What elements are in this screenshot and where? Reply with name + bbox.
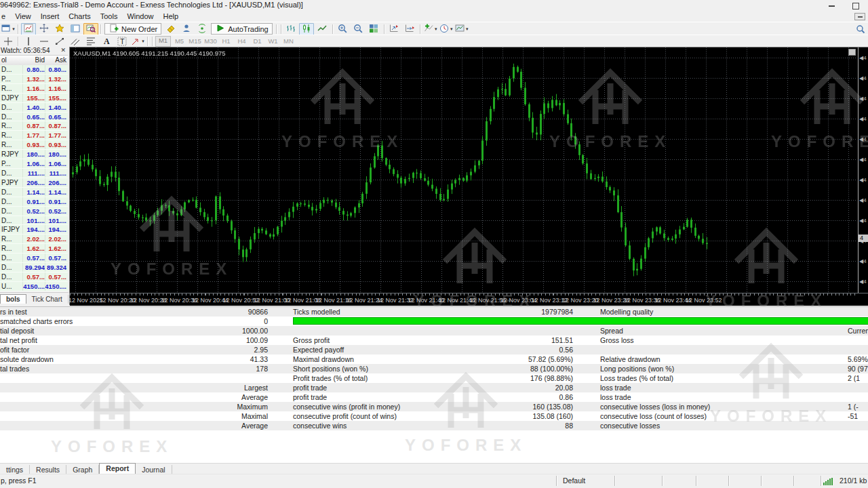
strategy-tester-button[interactable] [83, 23, 98, 35]
symbol-name: R... [1, 245, 12, 252]
market-watch-row[interactable]: R...1.62...1.62... [0, 244, 68, 253]
market-watch-row[interactable]: D...0.80...0.80... [0, 65, 68, 75]
tester-tab-graph[interactable]: Graph [66, 465, 99, 474]
chart-window-toggle-button[interactable] [21, 23, 36, 35]
time-axis[interactable]: 12 Nov 202512 Nov 20:2012 Nov 20:2812 No… [70, 293, 868, 306]
market-watch-row[interactable]: D...0.91...0.91... [0, 197, 68, 207]
menu-item-e[interactable]: e [0, 12, 10, 21]
market-watch-row[interactable]: D...1.40...1.40... [0, 103, 68, 113]
new-chart-button[interactable]: ▾ [1, 23, 16, 35]
timeframe-m30[interactable]: M30 [203, 37, 218, 46]
autotrading-button[interactable]: AutoTrading [211, 23, 273, 35]
report-label-3: Gross loss [600, 336, 804, 345]
chart-shift-button[interactable] [387, 23, 401, 35]
report-row: ofit factor2.95Expected payoff0.56 [0, 345, 868, 354]
new-order-button[interactable]: New Order [104, 23, 161, 35]
crosshair-button[interactable] [1, 35, 16, 47]
report-value-2: 151.51 [407, 336, 573, 345]
metaeditor-button[interactable] [163, 23, 178, 35]
market-watch-row[interactable]: RJPY180....180.... [0, 150, 68, 159]
candlestick-chart-canvas[interactable] [70, 47, 858, 293]
chart-corner-icon[interactable] [848, 49, 856, 56]
market-watch-row[interactable]: R...0.87...0.87... [0, 121, 68, 131]
status-divider [728, 476, 729, 486]
market-watch-row[interactable]: R...2.02...2.02... [0, 235, 68, 244]
market-watch-row[interactable]: P...1.32...1.32... [0, 75, 68, 84]
timeframe-m15[interactable]: M15 [188, 37, 202, 46]
market-watch-row[interactable]: D...0.57...0.57... [0, 272, 68, 282]
market-watch-tab-bols[interactable]: bols [0, 294, 26, 304]
minimize-button[interactable] [826, 2, 837, 9]
menu-item-insert[interactable]: Insert [36, 12, 64, 21]
market-watch-row[interactable]: P...1.06...1.06... [0, 159, 68, 169]
text-label-tool-button[interactable]: T [115, 35, 130, 47]
timeframe-d1[interactable]: D1 [250, 37, 264, 46]
arrows-tool-button[interactable]: ▾ [130, 35, 145, 47]
market-watch-row[interactable]: D...0.57...0.57... [0, 253, 68, 263]
market-watch-row[interactable]: U...4150....4150.... [0, 282, 68, 291]
market-watch-row[interactable]: R...1.16...1.16... [0, 84, 68, 94]
timeframe-m1[interactable]: M1 [155, 36, 171, 47]
bid-price: 0.87... [23, 122, 45, 129]
zoom-out-button[interactable] [351, 23, 366, 35]
market-watch-row[interactable]: R...0.93...0.93... [0, 140, 68, 150]
timeframe-w1[interactable]: W1 [266, 37, 280, 46]
tile-windows-button[interactable] [366, 23, 381, 35]
market-watch-row[interactable]: IFJPY194....194.... [0, 225, 68, 235]
market-watch-row[interactable]: D...89.29489.324 [0, 263, 68, 272]
trendline-tool-button[interactable] [52, 35, 67, 47]
menu-item-window[interactable]: Window [122, 12, 158, 21]
text-tool-button[interactable]: A [99, 35, 114, 47]
timeframe-h4[interactable]: H4 [235, 37, 249, 46]
channel-tool-button[interactable] [68, 35, 83, 47]
market-watch-row[interactable]: D...0.65...0.65... [0, 113, 68, 122]
favorites-button[interactable] [52, 23, 67, 35]
market-watch-row[interactable]: R...1.77...1.77... [0, 131, 68, 140]
periods-button[interactable]: ▾ [438, 23, 453, 35]
market-watch-row[interactable]: DJPY155....155.... [0, 94, 68, 103]
terminal-button[interactable] [179, 23, 194, 35]
timeframe-h1[interactable]: H1 [219, 37, 233, 46]
vertical-line-tool-button[interactable] [21, 35, 36, 47]
channel-icon [70, 36, 81, 47]
price-axis[interactable]: ◀4◀4◀4◀4◀4◀4◀4◀4◀4◀4◀4◀44 [858, 47, 868, 293]
search-icon[interactable] [855, 24, 866, 35]
market-watch-toggle-button[interactable] [68, 23, 83, 35]
maximize-button[interactable] [850, 2, 861, 9]
indicators-button[interactable]: ▾ [422, 23, 437, 35]
market-watch-tab-tick-chart[interactable]: Tick Chart [26, 295, 68, 304]
menu-item-tools[interactable]: Tools [96, 12, 123, 21]
symbol-name: P... [1, 75, 11, 83]
horizontal-line-tool-button[interactable] [37, 35, 52, 47]
fibonacci-tool-button[interactable] [83, 35, 98, 47]
tester-tab-ttings[interactable]: ttings [0, 465, 30, 474]
close-icon[interactable]: ✕ [60, 47, 66, 54]
candlestick-mode-button[interactable] [299, 23, 314, 35]
market-watch-row[interactable]: D...101....101.... [0, 216, 68, 226]
market-watch-row[interactable]: D...0.52...0.52... [0, 207, 68, 216]
menu-item-view[interactable]: View [10, 12, 36, 21]
menu-item-charts[interactable]: Charts [64, 12, 95, 21]
price-tick-label: ◀4 [859, 197, 867, 203]
menu-item-help[interactable]: Help [159, 12, 184, 21]
child-window-restore-icon[interactable] [854, 13, 865, 20]
report-label-3: Loss trades (% of total) [600, 373, 804, 383]
templates-button[interactable]: ▾ [454, 23, 469, 35]
market-watch-row[interactable]: D...1.14...1.14... [0, 188, 68, 197]
auto-scroll-button[interactable] [402, 23, 417, 35]
chart-window[interactable]: XAUUSD,M1 4190.605 4191.215 4190.445 419… [69, 47, 868, 305]
market-watch-row[interactable]: D...111....111.... [0, 169, 68, 178]
tester-tab-report[interactable]: Report [99, 463, 136, 474]
chevron-down-icon: ▾ [435, 26, 437, 32]
tester-tab-results[interactable]: Results [30, 465, 66, 474]
market-watch-row[interactable]: PJPY206....206.... [0, 178, 68, 188]
signals-button[interactable] [195, 23, 210, 35]
zoom-in-button[interactable] [335, 23, 350, 35]
timeframe-m5[interactable]: M5 [172, 37, 186, 46]
bar-chart-mode-button[interactable] [283, 23, 298, 35]
tester-tab-journal[interactable]: Journal [136, 465, 172, 474]
status-profile[interactable]: Default [563, 476, 585, 485]
timeframe-mn[interactable]: MN [281, 37, 296, 46]
cursor-mode-button[interactable] [37, 23, 52, 35]
line-chart-mode-button[interactable] [315, 23, 330, 35]
